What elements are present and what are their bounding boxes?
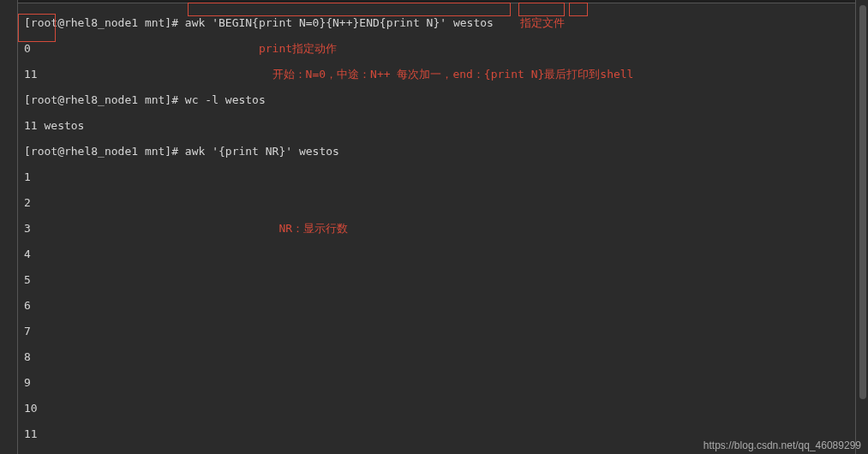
prompt: [root@rhel8_node1 mnt]#: [24, 145, 185, 158]
annot-begin: 开始：N=0，中途：N++ 每次加一，end：{print N}最后打印到she…: [272, 68, 634, 81]
val: 3: [24, 222, 31, 235]
prompt-line-1: [root@rhel8_node1 mnt]# awk 'BEGIN{print…: [24, 16, 868, 29]
scrollbar[interactable]: [859, 5, 866, 399]
prompt: [root@rhel8_node1 mnt]#: [24, 93, 185, 106]
val: 0: [24, 42, 31, 55]
annot-print: print指定动作: [259, 42, 337, 55]
nr-9: 9: [24, 376, 868, 389]
prompt: [root@rhel8_node1 mnt]#: [24, 16, 185, 29]
prompt-line-2: [root@rhel8_node1 mnt]# wc -l westos: [24, 93, 868, 106]
output-wc: 11 westos: [24, 119, 868, 132]
nr-8: 8: [24, 350, 868, 363]
nr-11: 11: [24, 427, 868, 440]
nr-3: 3 NR：显示行数: [24, 222, 868, 235]
nr-2: 2: [24, 196, 868, 209]
nr-4: 4: [24, 248, 868, 260]
output-11: 11 开始：N=0，中途：N++ 每次加一，end：{print N}最后打印到…: [24, 68, 868, 81]
command-1: awk 'BEGIN{print N=0}{N++}END{print N}' …: [185, 16, 494, 29]
prompt-line-3: [root@rhel8_node1 mnt]# awk '{print NR}'…: [24, 145, 868, 158]
annot-nr: NR：显示行数: [278, 222, 348, 235]
nr-6: 6: [24, 299, 868, 312]
nr-1: 1: [24, 170, 868, 183]
watermark: https://blog.csdn.net/qq_46089299: [703, 439, 861, 452]
nr-10: 10: [24, 402, 868, 415]
window-left-edge: [17, 0, 18, 454]
terminal-output[interactable]: [root@rhel8_node1 mnt]# awk 'BEGIN{print…: [24, 3, 868, 454]
command-2: wc -l westos: [185, 93, 266, 106]
val: 11: [24, 68, 38, 81]
command-3: awk '{print NR}' westos: [185, 145, 339, 158]
annot-file: 指定文件: [520, 16, 565, 29]
output-0: 0 print指定动作: [24, 42, 868, 55]
nr-5: 5: [24, 273, 868, 286]
nr-7: 7: [24, 325, 868, 338]
